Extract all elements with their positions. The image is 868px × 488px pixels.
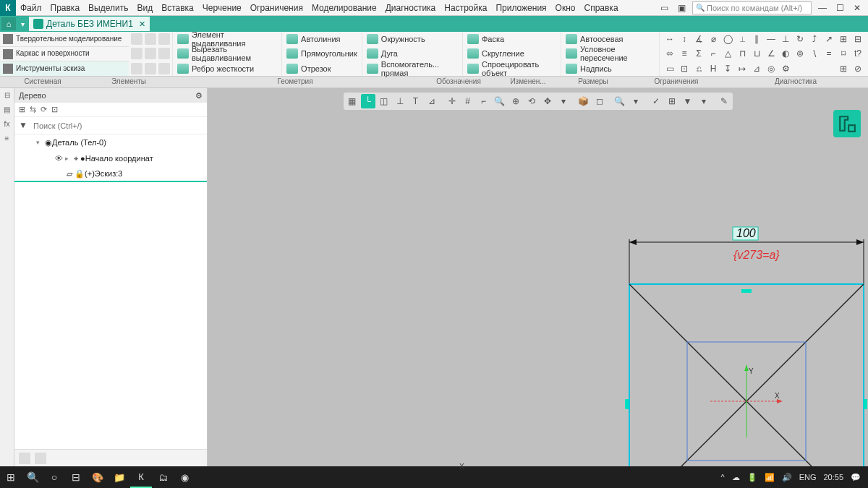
taskbar-app-3[interactable]: К: [130, 466, 152, 488]
tab-close-icon[interactable]: ✕: [136, 20, 145, 29]
tray-wifi-icon[interactable]: 📶: [765, 473, 775, 482]
tray-lang[interactable]: ENG: [799, 473, 817, 481]
qa-new[interactable]: [131, 33, 142, 45]
taskbar-app-2[interactable]: 📁: [109, 466, 130, 488]
menu-modeling[interactable]: Моделирование: [307, 1, 381, 14]
svg-rect-10: [864, 399, 867, 409]
qa-save[interactable]: [158, 33, 170, 45]
tree-tool-3[interactable]: ⟳: [41, 105, 47, 114]
tree-title: Дерево: [19, 91, 46, 100]
cmd-project[interactable]: Спроецировать объект: [467, 62, 556, 75]
dim-constraint-icons: ↔↕∡⌀◯⟂∥—⊥↻⤴↗⊞⊟ ⬄≡Σ⌐△⊓⊔∠◐⊚∖=⌑t? ▭⊡⎌H↧↦⊿◎⚙…: [659, 32, 868, 76]
tree-footer: [14, 449, 207, 466]
search-icon[interactable]: 🔍: [22, 466, 43, 488]
maximize-button[interactable]: ☐: [833, 3, 846, 13]
menu-settings[interactable]: Настройка: [440, 1, 491, 14]
tree-root[interactable]: ▾◉ Деталь (Тел-0): [14, 134, 207, 150]
cmd-text[interactable]: Надпись: [566, 62, 655, 75]
tf-1[interactable]: [19, 453, 30, 464]
taskbar-app-1[interactable]: 🎨: [87, 466, 109, 488]
mode-surface[interactable]: Каркас и поверхности: [0, 47, 129, 62]
menu-window[interactable]: Окно: [551, 1, 580, 14]
menu-insert[interactable]: Вставка: [157, 1, 198, 14]
menu-drawing[interactable]: Черчение: [198, 1, 246, 14]
taskview-icon[interactable]: ⊟: [65, 466, 87, 488]
tray-cloud-icon[interactable]: ☁: [732, 473, 740, 482]
windows-taskbar: ⊞ 🔍 ○ ⊟ 🎨 📁 К 🗂 ◉ ^ ☁ 🔋 📶 🔊 ENG 20:55 💬: [0, 466, 868, 488]
cmd-cut-extrude[interactable]: Вырезать выдавливанием: [177, 47, 277, 60]
tree-tool-4[interactable]: ⊡: [51, 105, 58, 114]
qa-open[interactable]: [145, 33, 156, 45]
qa-more[interactable]: [158, 63, 170, 74]
mode-sketch[interactable]: Инструменты эскиза: [0, 61, 129, 76]
dimension-formula: {v273=a}: [733, 249, 780, 261]
cmd-extrude[interactable]: Элемент выдавливания: [177, 33, 277, 46]
tray-notifications-icon[interactable]: 💬: [851, 473, 861, 482]
tree-tool-1[interactable]: ⊞: [19, 105, 25, 114]
menu-apps[interactable]: Приложения: [491, 1, 550, 14]
rail-vars-icon[interactable]: fx: [2, 120, 12, 130]
cmd-construction-line[interactable]: Вспомогатель... прямая: [367, 62, 458, 75]
tree-search-input[interactable]: [33, 121, 203, 130]
cmd-auto-axis[interactable]: Автоосевая: [566, 33, 655, 46]
qa-redo[interactable]: [158, 48, 170, 59]
tree-sketch[interactable]: ▱ 🔒 (+)Эскиз:3: [14, 166, 207, 182]
main-menu: Файл Правка Выделить Вид Вставка Черчени…: [16, 1, 623, 14]
menu-help[interactable]: Справка: [579, 1, 622, 14]
filter-icon[interactable]: ▼: [19, 120, 30, 132]
titlebar: К Файл Правка Выделить Вид Вставка Черче…: [0, 0, 868, 16]
rail-layers-icon[interactable]: ▤: [2, 106, 12, 116]
layout-icon-1[interactable]: ▭: [658, 3, 671, 13]
menu-select[interactable]: Выделить: [84, 1, 132, 14]
menu-edit[interactable]: Правка: [46, 1, 85, 14]
layout-icon-2[interactable]: ▣: [675, 3, 688, 13]
quick-access: [129, 32, 172, 76]
cmd-chamfer[interactable]: Фаска: [467, 33, 556, 46]
minimize-button[interactable]: —: [816, 3, 829, 13]
tree-tool-2[interactable]: ⇆: [30, 105, 36, 114]
cmd-arc[interactable]: Дуга: [367, 47, 458, 60]
cmd-rectangle[interactable]: Прямоугольник: [286, 47, 357, 60]
svg-rect-9: [625, 399, 629, 409]
svg-rect-7: [741, 289, 752, 293]
tray-battery-icon[interactable]: 🔋: [747, 473, 757, 482]
cmd-autoline[interactable]: Автолиния: [286, 33, 357, 46]
home-tab[interactable]: ⌂: [1, 17, 16, 30]
taskbar-app-5[interactable]: ◉: [174, 466, 195, 488]
cmd-rib[interactable]: Ребро жесткости: [177, 62, 277, 75]
menu-file[interactable]: Файл: [16, 1, 46, 14]
tray-chevron-icon[interactable]: ^: [720, 473, 724, 481]
qa-back[interactable]: [131, 63, 142, 74]
menu-constraints[interactable]: Ограничения: [246, 1, 307, 14]
cortana-icon[interactable]: ○: [43, 466, 65, 488]
menu-diagnostics[interactable]: Диагностика: [381, 1, 441, 14]
start-button[interactable]: ⊞: [0, 466, 22, 488]
part-icon: [33, 19, 43, 29]
tree-origin[interactable]: 👁▸⌖ ● Начало координат: [14, 150, 207, 166]
tray-time[interactable]: 20:55: [823, 473, 843, 481]
rail-more-icon[interactable]: ≡: [2, 134, 12, 145]
mode-solid[interactable]: Твердотельное моделирование: [0, 32, 129, 47]
dimension-value[interactable]: 100: [736, 227, 756, 239]
command-search[interactable]: Поиск по командам (Alt+/): [692, 1, 812, 14]
cmd-fillet[interactable]: Скругление: [467, 47, 556, 60]
rail-tree-icon[interactable]: ⊟: [2, 91, 12, 101]
cmd-virtual-intersection[interactable]: Условное пересечение: [566, 47, 655, 60]
canvas[interactable]: ▦ └ ◫ ⊥ T ⊿ ✛ # ⌐ 🔍 ⊕ ⟲ ✥ ▾ 📦 ◻ 🔍 ▾ ✓ ⊞ …: [208, 88, 868, 466]
taskbar-app-4[interactable]: 🗂: [152, 466, 174, 488]
document-tab[interactable]: Деталь БЕЗ ИМЕНИ1 ✕: [29, 17, 150, 31]
cmd-circle[interactable]: Окружность: [367, 33, 458, 46]
svg-marker-3: [856, 239, 864, 245]
cmd-segment[interactable]: Отрезок: [286, 62, 357, 75]
qa-print[interactable]: [131, 48, 142, 59]
qa-undo[interactable]: [145, 48, 156, 59]
tree-gear-icon[interactable]: ⚙: [195, 91, 203, 100]
close-button[interactable]: ✕: [851, 3, 864, 13]
tab-dropdown[interactable]: ▾: [17, 20, 27, 28]
tf-2[interactable]: [35, 453, 46, 464]
tray-volume-icon[interactable]: 🔊: [782, 473, 792, 482]
qa-fwd[interactable]: [145, 63, 156, 74]
ribbon: Твердотельное моделирование Каркас и пов…: [0, 32, 868, 77]
document-tabbar: ⌂ ▾ Деталь БЕЗ ИМЕНИ1 ✕: [0, 16, 868, 32]
menu-view[interactable]: Вид: [132, 1, 157, 14]
